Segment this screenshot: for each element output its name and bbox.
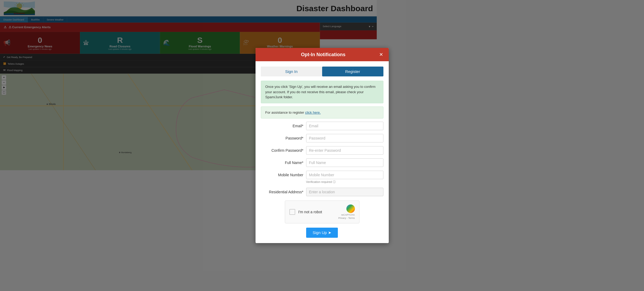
password-label: Password* xyxy=(261,134,303,140)
captcha-box: I'm not a robot reCAPTCHA Privacy - Term… xyxy=(285,200,359,223)
email-row: Email* xyxy=(261,122,383,130)
sign-in-tab[interactable]: Sign In xyxy=(261,67,322,76)
register-tab[interactable]: Register xyxy=(322,67,383,76)
confirm-password-label: Confirm Password* xyxy=(261,146,303,153)
mobile-input[interactable] xyxy=(306,171,383,179)
password-input[interactable] xyxy=(306,134,383,142)
modal-body: Sign In Register Once you click 'Sign Up… xyxy=(256,61,389,243)
modal-header: Opt-In Notifications ✕ xyxy=(256,48,389,61)
address-label: Residential Address* xyxy=(261,188,303,194)
mobile-label: Mobile Number xyxy=(261,171,303,177)
mobile-row: Mobile Number Verification required ⓘ xyxy=(261,171,383,184)
info-box-assistance: For assistance to register click here. xyxy=(261,106,383,119)
modal-overlay[interactable]: Opt-In Notifications ✕ Sign In Register … xyxy=(0,0,644,291)
address-input[interactable] xyxy=(306,188,383,196)
assistance-text: For assistance to register xyxy=(265,110,305,114)
email-label: Email* xyxy=(261,122,303,128)
recaptcha-sub: Privacy - Terms xyxy=(338,217,355,219)
signup-button[interactable]: Sign Up ➤ xyxy=(306,228,338,238)
password-row: Password* xyxy=(261,134,383,142)
captcha-checkbox[interactable] xyxy=(289,209,295,215)
click-here-link[interactable]: click here. xyxy=(305,110,321,114)
fullname-input[interactable] xyxy=(306,158,383,167)
fullname-row: Full Name* xyxy=(261,158,383,167)
opt-in-modal: Opt-In Notifications ✕ Sign In Register … xyxy=(256,48,389,243)
modal-title: Opt-In Notifications xyxy=(301,52,346,58)
email-input[interactable] xyxy=(306,122,383,130)
recaptcha-icon xyxy=(346,204,355,213)
mobile-note: Verification required ⓘ xyxy=(306,180,383,184)
recaptcha-brand: reCAPTCHA xyxy=(341,214,355,216)
registration-form: Email* Password* Confirm Password* Full … xyxy=(261,122,383,196)
address-row: Residential Address* xyxy=(261,188,383,196)
confirm-password-row: Confirm Password* xyxy=(261,146,383,155)
captcha-label: I'm not a robot xyxy=(298,210,335,214)
info-box-signup: Once you click 'Sign Up', you will recei… xyxy=(261,81,383,103)
fullname-label: Full Name* xyxy=(261,158,303,165)
modal-tabs: Sign In Register xyxy=(261,67,383,76)
confirm-password-input[interactable] xyxy=(306,146,383,155)
modal-close-button[interactable]: ✕ xyxy=(379,52,383,58)
captcha-logo: reCAPTCHA Privacy - Terms xyxy=(338,204,355,219)
